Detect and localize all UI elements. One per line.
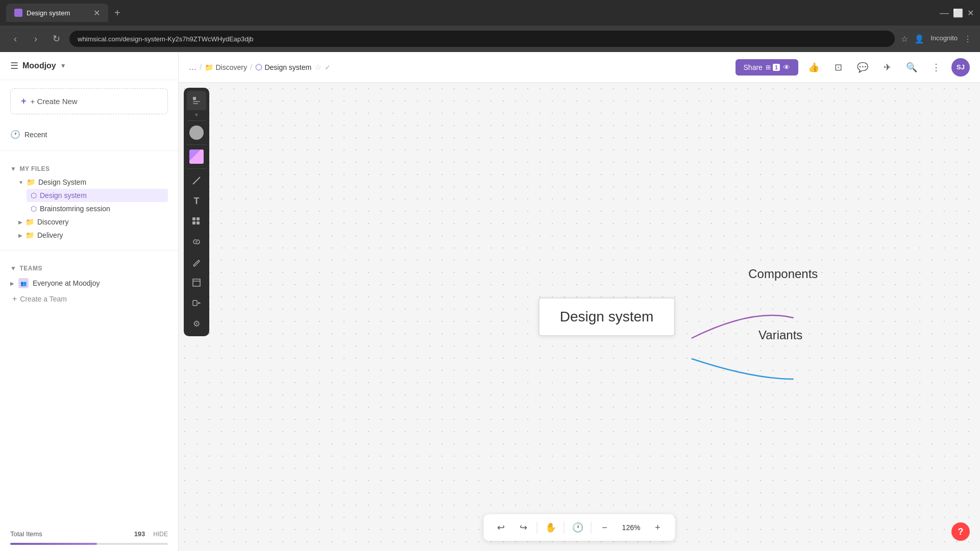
tool-link-button[interactable] <box>187 232 206 252</box>
workspace-name[interactable]: Moodjoy <box>22 61 56 70</box>
sidebar-recent-section: 🕐 Recent <box>0 122 178 146</box>
create-new-label: + Create New <box>31 97 78 106</box>
tool-connector-button[interactable] <box>187 171 206 190</box>
share-count: 1 <box>773 64 780 71</box>
window-maximize-icon[interactable]: ⬜ <box>953 8 963 18</box>
svg-rect-3 <box>192 217 195 220</box>
tool-pen-button[interactable] <box>187 253 206 272</box>
share-label: Share <box>744 63 763 71</box>
teams-chevron-icon: ▼ <box>10 265 16 272</box>
tree-item-brainstorming[interactable]: ⬡ Brainstomring session <box>27 202 168 215</box>
share-button[interactable]: Share ⊞ 1 👁 <box>736 59 798 76</box>
folder-icon: 📁 <box>27 178 35 186</box>
svg-rect-8 <box>193 279 200 286</box>
hide-button[interactable]: HIDE <box>153 531 168 538</box>
tab-title: Design system <box>27 9 89 17</box>
star-icon[interactable]: ☆ <box>314 62 322 72</box>
breadcrumb-file[interactable]: ⬡ Design system <box>255 62 311 72</box>
menu-icon[interactable]: ☰ <box>10 60 18 71</box>
shape-circle-icon <box>189 126 204 140</box>
new-tab-button[interactable]: + <box>112 5 122 21</box>
forward-button[interactable]: › <box>29 34 43 44</box>
clock-icon: 🕐 <box>10 130 20 139</box>
tool-grid-button[interactable] <box>187 212 206 231</box>
tool-add-button[interactable]: ⚙ <box>187 314 206 333</box>
team-item-everyone[interactable]: ▶ 👥 Everyone at Moodjoy <box>10 275 168 291</box>
tool-divider-2 <box>187 144 206 145</box>
browser-tab[interactable]: Design system ✕ <box>6 4 108 22</box>
progress-bar-wrap <box>10 543 168 545</box>
svg-marker-11 <box>198 302 201 304</box>
svg-rect-2 <box>193 103 198 104</box>
discovery-folder-icon: 📁 <box>26 218 34 226</box>
bookmark-icon[interactable]: ☆ <box>901 34 908 44</box>
zoom-out-button[interactable]: − <box>596 518 614 537</box>
my-files-label[interactable]: ▼ MY FILES <box>10 165 168 172</box>
breadcrumb-discovery[interactable]: 📁 Discovery <box>205 63 247 71</box>
more-options-icon[interactable]: ⋮ <box>964 34 972 44</box>
search-button[interactable]: 🔍 <box>902 58 921 77</box>
total-items-label: Total Items <box>10 530 42 538</box>
total-items-count: 193 <box>134 530 145 538</box>
teams-section: ▼ TEAMS ▶ 👥 Everyone at Moodjoy + Create… <box>0 255 178 311</box>
canvas[interactable]: ▾ T <box>179 83 980 551</box>
svg-rect-4 <box>197 217 200 220</box>
tree-item-discovery[interactable]: ▶ 📁 Discovery <box>14 215 168 229</box>
discovery-chevron-icon: ▶ <box>18 219 22 225</box>
send-button[interactable]: ✈ <box>878 58 896 77</box>
address-bar-row: ‹ › ↻ whimsical.com/design-system-Ky2s7h… <box>0 26 980 52</box>
more-options-button[interactable]: ⋮ <box>927 58 945 77</box>
toolbar-divider-1 <box>537 521 537 534</box>
present-button[interactable]: ⊡ <box>829 58 847 77</box>
tool-text-button[interactable]: T <box>187 191 206 211</box>
tool-shape-button[interactable] <box>187 123 206 142</box>
tree-item-delivery[interactable]: ▶ 📁 Delivery <box>14 229 168 242</box>
folder-chevron-icon: ▼ <box>18 180 23 185</box>
address-bar[interactable]: whimsical.com/design-system-Ky2s7h9ZTWcW… <box>69 31 895 47</box>
tree-item-design-system-file[interactable]: ⬡ Design system <box>27 189 168 202</box>
hand-tool-button[interactable]: ✋ <box>542 518 560 537</box>
sidebar-header: ☰ Moodjoy ▼ <box>0 52 178 80</box>
share-eye-icon: 👁 <box>783 63 790 71</box>
main-area: ... / 📁 Discovery / ⬡ Design system ☆ ✓ … <box>179 52 980 551</box>
undo-button[interactable]: ↩ <box>492 518 510 537</box>
breadcrumb-more-icon[interactable]: ... <box>189 62 197 72</box>
history-button[interactable]: 🕐 <box>569 518 587 537</box>
back-button[interactable]: ‹ <box>8 34 22 44</box>
window-close-icon[interactable]: ✕ <box>967 8 974 18</box>
tool-dropdown-icon[interactable]: ▾ <box>195 111 198 118</box>
create-team-plus-icon: + <box>12 294 17 304</box>
thumbs-up-button[interactable]: 👍 <box>804 58 823 77</box>
profile-icon[interactable]: 👤 <box>914 34 924 44</box>
sticky-note-icon <box>189 149 204 164</box>
create-new-button[interactable]: + + Create New <box>10 88 168 114</box>
tool-frame-button[interactable] <box>187 273 206 292</box>
tool-media-button[interactable] <box>187 293 206 313</box>
create-team-button[interactable]: + Create a Team <box>10 291 168 307</box>
tab-close-icon[interactable]: ✕ <box>93 8 100 18</box>
help-button[interactable]: ? <box>951 522 970 541</box>
check-icon: ✓ <box>325 63 331 71</box>
bottom-toolbar: ↩ ↪ ✋ 🕐 − 126% + <box>484 514 675 541</box>
breadcrumb-sep-1: / <box>200 63 202 72</box>
sidebar-item-recent[interactable]: 🕐 Recent <box>10 127 168 142</box>
user-avatar[interactable]: SJ <box>951 58 970 77</box>
window-minimize-icon[interactable]: — <box>940 8 949 18</box>
tool-select-button[interactable] <box>187 91 206 110</box>
variants-node: Variants <box>758 328 802 342</box>
team-name: Everyone at Moodjoy <box>33 279 100 287</box>
refresh-button[interactable]: ↻ <box>49 33 63 44</box>
incognito-label: Incognito <box>930 34 958 44</box>
my-files-section: ▼ MY FILES ▼ 📁 Design System ⬡ Design sy… <box>0 155 178 246</box>
create-team-label: Create a Team <box>20 295 67 303</box>
file-tree: ▼ 📁 Design System ⬡ Design system ⬡ Brai… <box>14 176 168 242</box>
zoom-in-button[interactable]: + <box>648 518 667 537</box>
redo-button[interactable]: ↪ <box>514 518 533 537</box>
comment-button[interactable]: 💬 <box>853 58 872 77</box>
team-expand-icon: ▶ <box>10 281 14 286</box>
tool-sticky-button[interactable] <box>187 147 206 166</box>
tree-item-design-system-folder[interactable]: ▼ 📁 Design System <box>14 176 168 189</box>
teams-label[interactable]: ▼ TEAMS <box>10 265 168 272</box>
svg-rect-1 <box>193 101 200 102</box>
central-node[interactable]: Design system <box>538 297 675 336</box>
